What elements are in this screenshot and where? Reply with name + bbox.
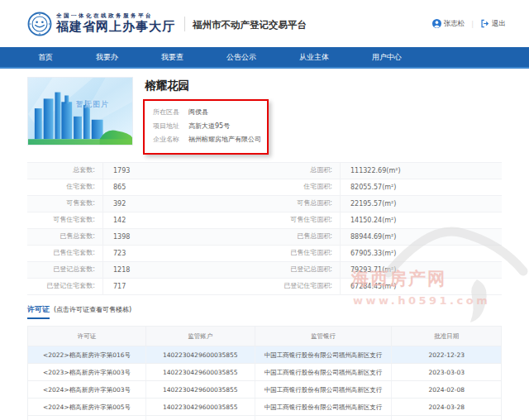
nav-item-3[interactable]: 我要查: [140, 46, 205, 68]
stat-label: 住宅面积:: [264, 179, 341, 195]
stat-value: 22195.57(m²): [341, 200, 396, 208]
license-section: 许可证 (点击许可证查看可售楼栋) 许可证监管账户监管银行批准日期 <2022>…: [27, 304, 502, 420]
site-logo: 全国一体化在线政务服务平台 福建省网上办事大厅: [27, 12, 175, 36]
license-number-cell[interactable]: <2024>榕高新房许字第005号: [28, 399, 146, 415]
logo-subtitle: 全国一体化在线政务服务平台: [56, 12, 175, 20]
project-meta: 榕耀花园 所在区县闽侯县项目地址高新大道95号企业名称福州榕耀房地产有限公司: [143, 77, 269, 155]
approval-date-cell: 2023-03-03: [392, 364, 501, 380]
supervision-account-cell: 1402230429600035855: [146, 416, 255, 420]
nav: 首页我要办我要查公告公示从业主体用户中心: [0, 47, 529, 69]
stat-label: 已登记住宅套数:: [27, 278, 103, 294]
project-info-row-2: 项目地址高新大道95号: [153, 120, 259, 134]
license-table-row-2[interactable]: <2023>榕高新房许字第003号1402230429600035855中国工商…: [27, 363, 502, 380]
license-note: (点击许可证查看可售楼栋): [54, 305, 131, 314]
stat-value: 865: [103, 184, 126, 191]
stat-row: 住宅套数:865: [27, 179, 264, 196]
license-table-row-5[interactable]: <2024>榕高新房许字第007号1402230429600035855中国工商…: [27, 415, 502, 420]
stat-row: 已登记住宅面积:67284.45(m²): [264, 279, 502, 295]
license-number-cell[interactable]: <2022>榕高新房许字第016号: [28, 346, 146, 363]
stat-value: 67284.45(m²): [341, 283, 396, 290]
project-section: 暂无图片 榕耀花园 所在区县闽侯县项目地址高新大道95号企业名称福州榕耀房地产有…: [27, 77, 502, 155]
approval-date-cell: 2022-12-23: [392, 346, 501, 363]
stat-row: 已售总面积:88944.69(m²): [264, 229, 502, 246]
header-divider: [184, 17, 185, 31]
license-table-header: 许可证监管账户监管银行批准日期: [27, 326, 502, 346]
stat-label: 总面积:: [264, 162, 341, 179]
info-value: 闽侯县: [188, 106, 208, 120]
stat-label: 可售套数:: [27, 195, 103, 212]
no-image-label: 暂无图片: [76, 99, 109, 110]
approval-date-cell: 2024-02-08: [392, 381, 501, 398]
stat-value: 67905.33(m²): [341, 250, 396, 257]
stat-row: 总面积:111322.69(m²): [264, 163, 502, 179]
license-number-cell[interactable]: <2024>榕高新房许字第007号: [28, 416, 146, 420]
nav-item-6[interactable]: 用户中心: [350, 46, 423, 68]
license-table-row-4[interactable]: <2024>榕高新房许字第005号1402230429600035855中国工商…: [27, 398, 502, 415]
license-number-cell[interactable]: <2024>榕高新房许字第003号: [28, 381, 146, 398]
tab-license[interactable]: 许可证: [27, 304, 50, 319]
license-column-header: 批准日期: [392, 327, 501, 346]
license-column-header: 监管银行: [255, 327, 393, 346]
project-info-row-1: 所在区县闽侯县: [153, 106, 259, 120]
page: 全国一体化在线政务服务平台 福建省网上办事大厅 福州市不动产登记交易平台 张志松…: [0, 0, 529, 420]
supervision-bank-cell: 中国工商银行股份有限公司福州高新区支行: [255, 364, 393, 380]
stat-row: 可售套数:392: [27, 196, 264, 212]
supervision-account-cell: 1402230429600035855: [146, 346, 255, 363]
info-label: 企业名称: [153, 133, 179, 147]
stat-value: 717: [103, 283, 126, 290]
stat-label: 住宅套数:: [27, 179, 103, 195]
nav-item-2[interactable]: 我要办: [74, 46, 140, 68]
user-area: 张志松 | 退出: [432, 19, 506, 29]
stat-label: 已售总套数:: [27, 228, 103, 245]
user-icon: [432, 19, 441, 28]
supervision-account-cell: 1402230429600035855: [146, 364, 255, 380]
logout-button[interactable]: 退出: [492, 19, 506, 29]
approval-date-cell: 2024-06-11: [392, 416, 501, 420]
city-skyline-placeholder-icon: [28, 78, 132, 145]
stat-value: 723: [103, 250, 126, 257]
stat-value: 14150.24(m²): [341, 217, 396, 224]
nav-item-4[interactable]: 公告公示: [205, 46, 278, 68]
stat-value: 88944.69(m²): [341, 233, 396, 241]
supervision-bank-cell: 中国工商银行股份有限公司福州高新区支行: [255, 346, 393, 363]
gov-emblem-icon: [27, 12, 52, 36]
stat-row: 已售总套数:1398: [27, 229, 264, 246]
stats-column-units: 总套数:1793住宅套数:865可售套数:392可售住宅套数:142已售总套数:…: [27, 163, 264, 295]
license-column-header: 监管账户: [146, 327, 255, 346]
license-column-header: 许可证: [28, 327, 146, 346]
main-content: 暂无图片 榕耀花园 所在区县闽侯县项目地址高新大道95号企业名称福州榕耀房地产有…: [0, 69, 529, 420]
license-number-cell[interactable]: <2023>榕高新房许字第003号: [28, 364, 146, 380]
stat-row: 总套数:1793: [27, 163, 264, 179]
nav-item-1[interactable]: 首页: [17, 46, 74, 68]
project-info-row-3: 企业名称福州榕耀房地产有限公司: [153, 133, 259, 147]
project-image: 暂无图片: [27, 77, 133, 146]
supervision-bank-cell: 中国工商银行股份有限公司福州高新区支行: [255, 381, 393, 398]
stat-row: 已登记总面积:79293.71(m²): [264, 262, 502, 279]
nav-item-5[interactable]: 从业主体: [278, 46, 350, 68]
stats-column-areas: 总面积:111322.69(m²)住宅面积:82055.57(m²)可售总面积:…: [264, 163, 502, 295]
stat-label: 已售总面积:: [264, 228, 341, 245]
stat-label: 已登记总套数:: [27, 261, 103, 278]
stat-label: 已售住宅面积:: [264, 245, 341, 261]
project-title: 榕耀花园: [145, 79, 269, 93]
stat-value: 79293.71(m²): [341, 266, 396, 274]
stat-row: 住宅面积:82055.57(m²): [264, 179, 502, 196]
logo-title: 福建省网上办事大厅: [56, 20, 175, 34]
supervision-bank-cell: 中国工商银行股份有限公司福州高新区支行: [255, 416, 393, 420]
stat-label: 可售住宅套数:: [27, 212, 103, 228]
license-table-row-3[interactable]: <2024>榕高新房许字第003号1402230429600035855中国工商…: [27, 380, 502, 398]
stat-value: 1218: [103, 266, 130, 274]
stat-label: 总套数:: [27, 162, 103, 179]
stat-label: 可售总面积:: [264, 195, 341, 212]
project-info-highlight-box: 所在区县闽侯县项目地址高新大道95号企业名称福州榕耀房地产有限公司: [143, 99, 269, 155]
info-label: 所在区县: [153, 106, 179, 120]
stat-value: 111322.69(m²): [341, 167, 401, 174]
info-label: 项目地址: [153, 120, 179, 134]
stat-label: 可售住宅面积:: [264, 212, 341, 228]
license-table-row-1[interactable]: <2022>榕高新房许字第016号1402230429600035855中国工商…: [27, 346, 502, 363]
username-link[interactable]: 张志松: [444, 19, 465, 29]
stat-row: 已售住宅面积:67905.33(m²): [264, 246, 502, 262]
user-separator: |: [471, 20, 474, 28]
logout-icon[interactable]: [480, 19, 489, 28]
stat-value: 1793: [103, 167, 130, 174]
